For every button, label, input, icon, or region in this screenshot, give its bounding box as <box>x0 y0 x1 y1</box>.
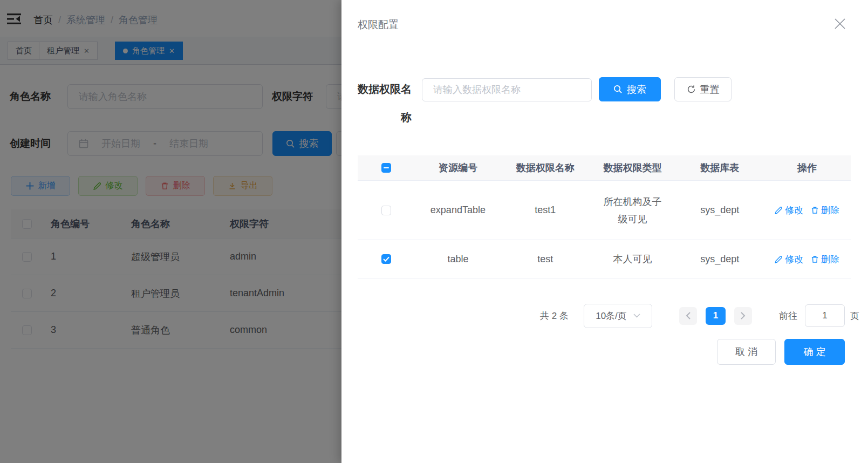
col-db-table: 数据库表 <box>676 161 763 174</box>
search-icon <box>613 85 623 94</box>
trash-icon <box>811 255 819 263</box>
table-header-row: 资源编号 数据权限名称 数据权限类型 数据库表 操作 <box>358 155 851 181</box>
close-icon[interactable] <box>833 17 846 30</box>
goto-label: 前往 <box>779 310 797 322</box>
data-perm-name-label: 数据权限名称 <box>358 75 412 131</box>
pagination-total: 共 2 条 <box>540 310 569 322</box>
perm-name: test <box>502 254 589 265</box>
drawer-search-label: 搜索 <box>627 83 646 96</box>
edit-icon <box>775 255 783 263</box>
chevron-right-icon <box>741 312 746 319</box>
col-operations: 操作 <box>763 161 851 174</box>
table-row[interactable]: table test 本人可见 sys_dept 修改 删除 <box>358 240 851 278</box>
edit-icon <box>775 206 783 214</box>
data-permission-table: 资源编号 数据权限名称 数据权限类型 数据库表 操作 expandTable t… <box>358 155 851 278</box>
trash-icon <box>811 206 819 214</box>
confirm-button[interactable]: 确 定 <box>784 339 845 365</box>
perm-type: 所在机构及子级可见 <box>599 193 666 228</box>
col-perm-name: 数据权限名称 <box>502 161 589 174</box>
prev-page-button[interactable] <box>679 307 697 325</box>
drawer-search-button[interactable]: 搜索 <box>599 77 661 101</box>
page-size-select[interactable]: 10条/页 <box>584 304 652 328</box>
drawer-reset-button[interactable]: 重置 <box>674 77 732 101</box>
page-number-button[interactable]: 1 <box>706 307 726 325</box>
edit-label: 修改 <box>785 253 803 265</box>
row-checkbox[interactable] <box>381 206 391 215</box>
drawer-title: 权限配置 <box>358 18 399 32</box>
next-page-button[interactable] <box>734 307 752 325</box>
cancel-button[interactable]: 取 消 <box>717 339 776 365</box>
row-checkbox[interactable] <box>381 254 391 264</box>
delete-label: 删除 <box>821 204 839 216</box>
delete-label: 删除 <box>821 253 839 265</box>
refresh-icon <box>687 85 696 94</box>
perm-type: 本人可见 <box>613 250 652 268</box>
col-resource-code: 资源编号 <box>414 161 502 174</box>
pagination: 共 2 条 10条/页 1 前往 页 <box>358 303 859 328</box>
page-size-value: 10条/页 <box>596 310 627 322</box>
col-perm-type: 数据权限类型 <box>589 161 676 174</box>
chevron-down-icon <box>633 314 640 318</box>
data-perm-name-input-field[interactable] <box>433 84 580 96</box>
row-delete-link[interactable]: 删除 <box>811 253 839 265</box>
drawer-reset-label: 重置 <box>700 83 720 96</box>
row-edit-link[interactable]: 修改 <box>775 253 803 265</box>
goto-page-input[interactable] <box>805 304 845 327</box>
perm-name: test1 <box>502 205 589 216</box>
db-table: sys_dept <box>676 205 763 216</box>
resource-code: expandTable <box>414 205 502 216</box>
resource-code: table <box>414 254 502 265</box>
table-row[interactable]: expandTable test1 所在机构及子级可见 sys_dept 修改 … <box>358 181 851 240</box>
select-all-checkbox[interactable] <box>381 163 391 173</box>
page-unit-label: 页 <box>850 310 859 322</box>
chevron-left-icon <box>686 312 691 319</box>
permission-config-drawer: 权限配置 数据权限名称 搜索 重置 资源编号 数据权限名称 数据权 <box>341 0 868 463</box>
edit-label: 修改 <box>785 204 803 216</box>
row-edit-link[interactable]: 修改 <box>775 204 803 216</box>
row-delete-link[interactable]: 删除 <box>811 204 839 216</box>
db-table: sys_dept <box>676 254 763 265</box>
data-perm-name-input[interactable] <box>422 78 592 101</box>
